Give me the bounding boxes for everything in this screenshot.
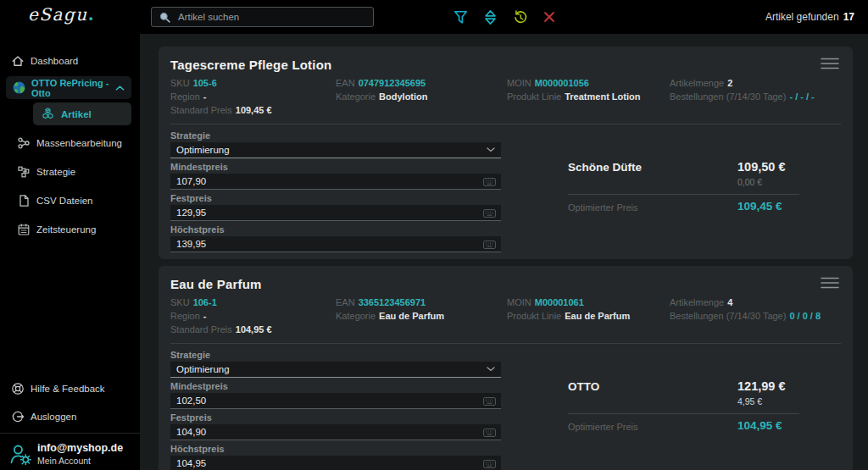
pricing-form: Strategie Optimierung Mindestpreis Festp…	[170, 130, 501, 252]
optimized-price-label: Optimierter Preis	[568, 422, 638, 432]
vendor-price: 109,50 €	[737, 160, 785, 174]
info-col-1: SKU105-6 Region- Standard Preis109,45 €	[170, 76, 336, 117]
vendor-name: OTTO	[568, 380, 599, 393]
card-divider	[170, 124, 841, 124]
sidebar-item-otto-repricing[interactable]: OTTO RePricing - Otto	[6, 76, 131, 99]
account-email: info@myshop.de	[37, 442, 123, 454]
results-label: Artikel gefunden	[765, 11, 839, 23]
file-icon	[17, 194, 31, 207]
hoechstpreis-input[interactable]	[176, 239, 481, 249]
sidebar-item-label: Dashboard	[31, 56, 78, 66]
festpreis-label: Festpreis	[170, 193, 501, 203]
sidebar-item-ausloggen[interactable]: Ausloggen	[0, 406, 140, 427]
nodes-icon	[17, 136, 31, 150]
info-ean: EAN3365123456971	[336, 296, 507, 309]
info-bestellungen: Bestellungen (7/14/30 Tage)- / - / -	[670, 90, 841, 103]
logout-icon	[11, 410, 25, 423]
sidebar-item-strategie[interactable]: Strategie	[0, 162, 140, 182]
sidebar-item-massenbearbeitung[interactable]: Massenbearbeitung	[0, 133, 140, 153]
clear-icon[interactable]	[541, 8, 558, 25]
info-col-3: MOINM000001056 Produkt LinieTreatment Lo…	[507, 76, 670, 117]
sitemap-icon	[17, 165, 31, 179]
calendar-icon	[17, 223, 31, 236]
strategie-label: Strategie	[170, 130, 501, 141]
info-ean: EAN0747912345695	[336, 76, 507, 90]
hoechstpreis-field[interactable]	[170, 236, 501, 252]
keyboard-icon	[483, 178, 496, 186]
info-kategorie: KategorieEau de Parfum	[336, 309, 507, 323]
vendor-price: 121,99 €	[737, 379, 785, 393]
strategie-select[interactable]: Optimierung	[170, 362, 501, 378]
account-label: Mein Account	[37, 456, 123, 466]
sidebar-item-zeitsteuerung[interactable]: Zeitsteuerung	[0, 219, 140, 240]
info-col-1: SKU106-1 Region- Standard Preis104,95 €	[170, 296, 336, 336]
card-divider	[170, 343, 841, 344]
sidebar-item-csv-dateien[interactable]: CSV Dateien	[0, 191, 140, 211]
topbar-actions	[452, 8, 558, 25]
article-card: Tagescreme Pflege Lotion SKU105-6 Region…	[159, 47, 853, 259]
article-info-grid: SKU105-6 Region- Standard Preis109,45 € …	[170, 76, 841, 117]
mindestpreis-field[interactable]	[170, 393, 501, 409]
info-region: Region-	[170, 90, 336, 103]
strategie-select[interactable]: Optimierung	[170, 142, 501, 158]
article-title: Eau de Parfum	[170, 277, 841, 291]
mindestpreis-field[interactable]	[170, 174, 501, 190]
festpreis-input[interactable]	[176, 427, 481, 437]
festpreis-field[interactable]	[170, 424, 501, 440]
price-summary: Schöne Düfte 109,50 € 0,00 € Optimierter…	[568, 160, 799, 224]
mindestpreis-label: Mindestpreis	[170, 162, 501, 172]
shipping-price: 0,00 €	[737, 177, 785, 187]
festpreis-input[interactable]	[176, 207, 481, 218]
hamburger-menu-icon[interactable]	[821, 276, 839, 290]
hoechstpreis-field[interactable]	[170, 456, 501, 470]
sidebar-item-label: OTTO RePricing - Otto	[31, 78, 115, 98]
keyboard-icon	[483, 209, 496, 218]
sidebar-item-hilfe-feedback[interactable]: Hilfe & Feedback	[0, 379, 140, 399]
filter-icon[interactable]	[452, 8, 469, 25]
chevron-down-icon	[487, 367, 495, 372]
keyboard-icon	[483, 460, 496, 468]
vendor-name: Schöne Düfte	[568, 161, 642, 174]
sidebar-item-dashboard[interactable]: Dashboard	[0, 51, 140, 71]
search-input[interactable]	[176, 11, 366, 23]
info-col-2: EAN0747912345695 KategorieBodylotion	[336, 76, 507, 117]
sort-icon[interactable]	[481, 8, 498, 25]
mindestpreis-label: Mindestpreis	[170, 381, 501, 391]
price-block: 121,99 € 4,95 €	[737, 379, 785, 406]
info-standard-preis: Standard Preis109,45 €	[170, 103, 336, 117]
hoechstpreis-label: Höchstpreis	[170, 224, 501, 235]
festpreis-field[interactable]	[170, 205, 501, 221]
globe-icon	[12, 80, 26, 95]
info-sku: SKU105-6	[170, 76, 336, 90]
search-box[interactable]	[151, 7, 374, 27]
keyboard-icon	[483, 397, 496, 406]
account-block[interactable]: info@myshop.de Mein Account	[0, 438, 140, 470]
history-icon[interactable]	[511, 8, 528, 25]
festpreis-label: Festpreis	[170, 412, 501, 423]
hoechstpreis-label: Höchstpreis	[170, 444, 501, 454]
article-list: Tagescreme Pflege Lotion SKU105-6 Region…	[140, 34, 868, 470]
keyboard-icon	[483, 429, 496, 437]
info-col-3: MOINM00001061 Produkt LinieEau de Parfum	[507, 296, 670, 336]
sidebar-item-label: CSV Dateien	[36, 196, 92, 206]
info-col-2: EAN3365123456971 KategorieEau de Parfum	[336, 296, 507, 336]
mindestpreis-input[interactable]	[176, 176, 481, 186]
chevron-down-icon	[487, 147, 495, 152]
info-col-4: Artikelmenge2 Bestellungen (7/14/30 Tage…	[670, 76, 841, 117]
sidebar-item-artikel[interactable]: Artikel	[33, 102, 131, 125]
user-gear-icon	[9, 443, 31, 465]
chevron-up-icon	[115, 85, 125, 91]
info-produkt-linie: Produkt LinieEau de Parfum	[507, 309, 670, 323]
lifebuoy-icon	[11, 382, 25, 395]
topbar: eSagu. Artikel gefunden 17	[0, 0, 868, 34]
info-artikelmenge: Artikelmenge4	[670, 296, 841, 309]
hamburger-menu-icon[interactable]	[821, 57, 839, 70]
results-number: 17	[843, 11, 854, 23]
hoechstpreis-input[interactable]	[176, 458, 481, 468]
optimized-price-value: 109,45 €	[737, 200, 782, 213]
price-summary: OTTO 121,99 € 4,95 € Optimierter Preis 1…	[568, 379, 799, 443]
article-info-grid: SKU106-1 Region- Standard Preis104,95 € …	[170, 296, 841, 336]
summary-divider	[568, 194, 799, 195]
results-count: Artikel gefunden 17	[765, 0, 854, 34]
mindestpreis-input[interactable]	[176, 395, 481, 406]
